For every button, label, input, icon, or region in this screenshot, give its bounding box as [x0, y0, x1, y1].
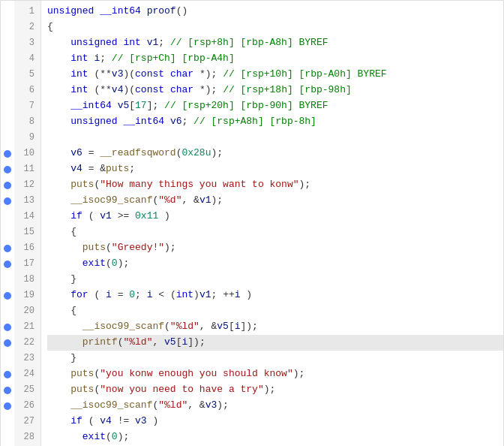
- line-number: 21: [14, 319, 40, 335]
- breakpoint-cell[interactable]: [1, 288, 14, 303]
- code-line: v4 = &puts;: [47, 161, 503, 177]
- breakpoint-cell[interactable]: [1, 177, 14, 193]
- line-number: 13: [14, 193, 40, 209]
- breakpoint-cell[interactable]: [1, 335, 14, 351]
- code-line: [47, 130, 503, 146]
- line-number: 22: [14, 335, 40, 351]
- line-number: 4: [14, 51, 40, 67]
- breakpoint-cell[interactable]: [1, 35, 14, 51]
- line-number: 12: [14, 177, 40, 193]
- breakpoint-dot: [4, 166, 11, 173]
- code-line: if ( v1 >= 0x11 ): [47, 209, 503, 225]
- line-number: 20: [14, 303, 40, 319]
- line-number: 11: [14, 161, 40, 177]
- code-line: unsigned __int64 v6; // [rsp+A8h] [rbp-8…: [47, 114, 503, 130]
- code-line: int i; // [rsp+Ch] [rbp-A4h]: [47, 51, 503, 67]
- breakpoint-dot: [4, 245, 11, 252]
- line-number: 15: [14, 225, 40, 240]
- code-line: exit(0);: [47, 429, 503, 445]
- code-line: {: [47, 303, 503, 319]
- line-number: 26: [14, 398, 40, 414]
- breakpoint-cell[interactable]: [1, 193, 14, 209]
- code-line: if ( v4 != v3 ): [47, 414, 503, 429]
- code-line: exit(0);: [47, 256, 503, 272]
- code-line: __int64 v5[17]; // [rsp+20h] [rbp-90h] B…: [47, 98, 503, 114]
- breakpoint-dot: [4, 150, 11, 158]
- line-number: 16: [14, 240, 40, 256]
- line-number: 25: [14, 382, 40, 398]
- code-line: {: [47, 20, 503, 35]
- code-line: {: [47, 225, 503, 240]
- breakpoint-dot: [4, 387, 11, 394]
- line-number: 5: [14, 67, 40, 83]
- breakpoint-dot: [4, 339, 11, 347]
- code-line: for ( i = 0; i < (int)v1; ++i ): [47, 288, 503, 303]
- breakpoint-cell[interactable]: [1, 114, 14, 130]
- code-content: unsigned __int64 proof(){ unsigned int v…: [41, 1, 503, 446]
- breakpoint-cell[interactable]: [1, 398, 14, 414]
- line-number: 17: [14, 256, 40, 272]
- code-line: __isoc99_scanf("%ld", &v3);: [47, 398, 503, 414]
- breakpoint-cell[interactable]: [1, 382, 14, 398]
- breakpoint-cell[interactable]: [1, 146, 14, 161]
- breakpoint-dot: [4, 324, 11, 331]
- breakpoint-cell[interactable]: [1, 225, 14, 240]
- line-number: 2: [14, 20, 40, 35]
- breakpoint-cell[interactable]: [1, 209, 14, 225]
- line-number: 24: [14, 366, 40, 382]
- breakpoint-cell[interactable]: [1, 319, 14, 335]
- breakpoint-dot: [4, 402, 11, 410]
- breakpoint-cell[interactable]: [1, 161, 14, 177]
- breakpoint-cell[interactable]: [1, 20, 14, 35]
- line-number: 1: [14, 4, 40, 20]
- code-line: __isoc99_scanf("%ld", &v5[i]);: [47, 319, 503, 335]
- line-number: 18: [14, 272, 40, 288]
- breakpoint-dot: [4, 371, 11, 378]
- breakpoint-cell[interactable]: [1, 83, 14, 98]
- code-line: int (**v3)(const char *); // [rsp+10h] […: [47, 67, 503, 83]
- line-number: 9: [14, 130, 40, 146]
- code-line: int (**v4)(const char *); // [rsp+18h] […: [47, 83, 503, 98]
- code-editor: 1234567891011121314151617181920212223242…: [0, 0, 504, 446]
- breakpoint-cell[interactable]: [1, 429, 14, 445]
- line-number: 23: [14, 351, 40, 366]
- breakpoint-cell[interactable]: [1, 351, 14, 366]
- line-number: 3: [14, 35, 40, 51]
- code-line: __isoc99_scanf("%d", &v1);: [47, 193, 503, 209]
- line-number: 10: [14, 146, 40, 161]
- line-number: 27: [14, 414, 40, 429]
- code-line: v6 = __readfsqword(0x28u);: [47, 146, 503, 161]
- line-number: 8: [14, 114, 40, 130]
- line-number: 7: [14, 98, 40, 114]
- breakpoint-cell[interactable]: [1, 272, 14, 288]
- line-number: 28: [14, 429, 40, 445]
- line-number: 19: [14, 288, 40, 303]
- breakpoint-cell[interactable]: [1, 4, 14, 20]
- line-number: 14: [14, 209, 40, 225]
- breakpoint-cell[interactable]: [1, 414, 14, 429]
- line-numbers: 1234567891011121314151617181920212223242…: [14, 1, 41, 446]
- breakpoint-cell[interactable]: [1, 98, 14, 114]
- code-line: unsigned __int64 proof(): [47, 4, 503, 20]
- breakpoint-cell[interactable]: [1, 130, 14, 146]
- breakpoint-column: [1, 1, 14, 446]
- breakpoint-cell[interactable]: [1, 240, 14, 256]
- breakpoint-cell[interactable]: [1, 303, 14, 319]
- code-line: }: [47, 351, 503, 366]
- breakpoint-dot: [4, 197, 11, 205]
- code-line: puts("How many things you want to konw")…: [47, 177, 503, 193]
- breakpoint-cell[interactable]: [1, 51, 14, 67]
- code-line: unsigned int v1; // [rsp+8h] [rbp-A8h] B…: [47, 35, 503, 51]
- breakpoint-dot: [4, 182, 11, 189]
- code-line: puts("now you need to have a try");: [47, 382, 503, 398]
- breakpoint-dot: [4, 292, 11, 300]
- breakpoint-cell[interactable]: [1, 256, 14, 272]
- breakpoint-cell[interactable]: [1, 67, 14, 83]
- code-line: }: [47, 272, 503, 288]
- code-line: printf("%ld", v5[i]);: [47, 335, 503, 351]
- breakpoint-cell[interactable]: [1, 366, 14, 382]
- code-line: puts("Greedy!");: [47, 240, 503, 256]
- code-line: puts("you konw enough you should know");: [47, 366, 503, 382]
- line-number: 6: [14, 83, 40, 98]
- breakpoint-dot: [4, 261, 11, 268]
